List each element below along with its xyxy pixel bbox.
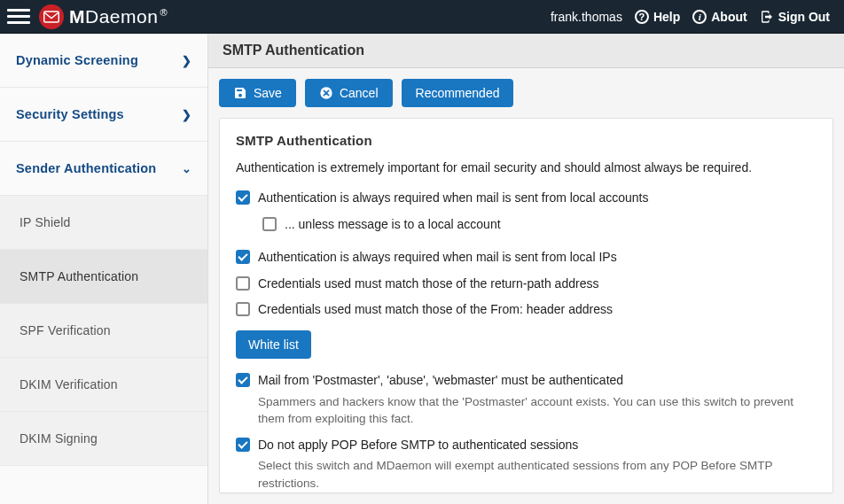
option-label: Authentication is always required when m… <box>258 190 648 207</box>
recommended-button[interactable]: Recommended <box>402 79 514 107</box>
sidebar-item-dynamic-screening[interactable]: Dynamic Screening ❯ <box>0 34 207 88</box>
checkbox[interactable] <box>236 190 250 205</box>
save-button[interactable]: Save <box>219 79 296 107</box>
option-label: Authentication is always required when m… <box>258 249 617 267</box>
brand-name: MDaemon® <box>69 6 168 27</box>
sidebar-item-dkim-verification[interactable]: DKIM Verification <box>0 358 207 412</box>
checkbox[interactable] <box>262 217 277 231</box>
about-link[interactable]: i About <box>689 8 750 26</box>
signout-link[interactable]: Sign Out <box>756 8 833 26</box>
signout-icon <box>760 10 774 24</box>
page-title: SMTP Authentication <box>208 34 844 68</box>
envelope-icon <box>43 11 59 23</box>
option-label: Do not apply POP Before SMTP to authenti… <box>258 438 578 452</box>
option-label: ... unless message is to a local account <box>285 216 501 234</box>
help-link[interactable]: ? Help <box>631 8 684 26</box>
option-label: Credentials used must match those of the… <box>258 275 598 293</box>
chevron-down-icon: ⌄ <box>182 162 191 175</box>
help-icon: ? <box>635 10 649 24</box>
checkbox[interactable] <box>236 250 250 264</box>
whitelist-button[interactable]: White list <box>236 330 311 359</box>
sidebar: Dynamic Screening ❯ Security Settings ❯ … <box>0 34 208 504</box>
option-label: Credentials used must match those of the… <box>258 301 613 319</box>
menu-icon[interactable] <box>7 6 30 27</box>
option-desc: Spammers and hackers know that the 'Post… <box>258 393 817 428</box>
sidebar-item-ip-shield[interactable]: IP Shield <box>0 196 207 250</box>
save-icon <box>233 86 247 100</box>
sidebar-item-dkim-signing[interactable]: DKIM Signing <box>0 412 207 466</box>
chevron-right-icon: ❯ <box>182 108 191 121</box>
option-auth-local-accounts[interactable]: Authentication is always required when m… <box>236 185 817 212</box>
sidebar-item-spf[interactable]: SPF Verification <box>0 304 207 358</box>
panel-intro: Authentication is extremely important fo… <box>236 160 817 174</box>
sidebar-item-sender-authentication[interactable]: Sender Authentication ⌄ <box>0 142 207 196</box>
cancel-icon <box>319 86 333 100</box>
toolbar: Save Cancel Recommended <box>208 68 844 118</box>
panel-heading: SMTP Authentication <box>236 133 817 148</box>
option-unless-local[interactable]: ... unless message is to a local account <box>236 212 817 238</box>
option-postmaster-auth[interactable]: Mail from 'Postmaster', 'abuse', 'webmas… <box>236 368 817 432</box>
checkbox[interactable] <box>236 302 250 316</box>
sidebar-item-smtp-auth[interactable]: SMTP Authentication <box>0 250 207 304</box>
checkbox[interactable] <box>236 438 250 452</box>
cancel-button[interactable]: Cancel <box>305 79 393 107</box>
option-auth-local-ips[interactable]: Authentication is always required when m… <box>236 244 817 271</box>
info-icon: i <box>692 10 707 24</box>
checkbox[interactable] <box>236 276 250 291</box>
chevron-right-icon: ❯ <box>182 54 191 67</box>
option-match-return-path[interactable]: Credentials used must match those of the… <box>236 271 817 298</box>
settings-panel: SMTP Authentication Authentication is ex… <box>219 118 833 493</box>
checkbox[interactable] <box>236 373 250 387</box>
option-desc: Select this switch and MDaemon will exem… <box>258 457 817 492</box>
option-label: Mail from 'Postmaster', 'abuse', 'webmas… <box>258 373 623 387</box>
brand-logo <box>39 4 64 29</box>
option-match-from[interactable]: Credentials used must match those of the… <box>236 297 817 323</box>
option-no-pop-before-smtp[interactable]: Do not apply POP Before SMTP to authenti… <box>236 432 817 493</box>
topbar: MDaemon® frank.thomas ? Help i About Sig… <box>0 0 844 34</box>
user-name: frank.thomas <box>551 10 622 24</box>
svg-rect-0 <box>44 12 59 22</box>
sidebar-item-security-settings[interactable]: Security Settings ❯ <box>0 88 207 142</box>
